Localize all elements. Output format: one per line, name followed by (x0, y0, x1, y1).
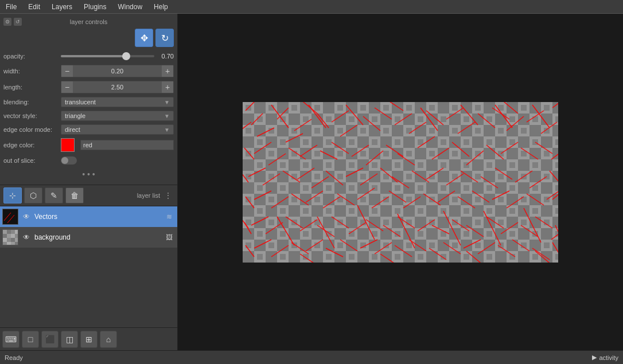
svg-line-84 (495, 168, 512, 179)
svg-line-144 (246, 245, 254, 257)
svg-line-160 (386, 102, 403, 111)
svg-line-133 (360, 240, 377, 248)
blending-dropdown-arrow: ▼ (164, 99, 170, 105)
svg-line-151 (461, 105, 478, 125)
svg-line-88 (254, 191, 271, 199)
svg-line-155 (443, 211, 461, 245)
blending-dropdown[interactable]: translucent ▼ (61, 97, 174, 107)
svg-line-83 (481, 177, 498, 188)
box3d2-btn[interactable]: ◫ (61, 331, 78, 348)
header-icon-2[interactable]: ↺ (14, 18, 22, 26)
grid-btn[interactable]: ⊞ (80, 331, 98, 348)
svg-rect-0 (3, 209, 18, 224)
menu-layers[interactable]: Layers (46, 2, 78, 12)
length-decrement[interactable]: − (61, 81, 73, 93)
svg-line-85 (515, 171, 532, 182)
move-tool-btn[interactable]: ✥ (135, 29, 153, 47)
edge-color-name[interactable]: red (80, 140, 174, 150)
out-of-slice-toggle[interactable] (61, 156, 77, 165)
menu-help[interactable]: Help (148, 2, 174, 12)
svg-line-118 (432, 225, 449, 234)
out-of-slice-label: out of slice: (3, 157, 61, 164)
layer-list-menu-btn[interactable]: ⋮ (162, 191, 174, 199)
svg-line-68 (244, 148, 254, 159)
delete-layer-btn[interactable]: 🗑 (65, 187, 84, 203)
svg-line-126 (555, 225, 558, 234)
width-value: − 0.20 + (61, 65, 174, 77)
background-type-icon: 🖼 (163, 232, 175, 243)
add-labels-btn[interactable]: ✎ (45, 187, 63, 203)
square-btn[interactable]: □ (22, 331, 39, 348)
rotate-tool-btn[interactable]: ↻ (155, 29, 174, 47)
background-visibility-btn[interactable]: 👁 (21, 232, 32, 243)
layer-item-vectors[interactable]: 👁 Vectors ≋ (0, 206, 177, 227)
header-icon-1[interactable]: ⚙ (3, 18, 11, 26)
svg-line-50 (254, 142, 271, 154)
terminal-btn[interactable]: ⌨ (2, 331, 20, 348)
bottom-toolbar: ⌨ □ ⬛ ◫ ⊞ ⌂ (0, 327, 177, 350)
width-label: width: (3, 68, 61, 75)
menu-edit[interactable]: Edit (22, 2, 46, 12)
vector-style-text: triangle (65, 112, 85, 119)
svg-line-138 (443, 242, 461, 254)
home-btn[interactable]: ⌂ (100, 331, 117, 348)
vector-style-dropdown[interactable]: triangle ▼ (61, 111, 174, 121)
svg-line-137 (429, 248, 446, 260)
svg-rect-4 (3, 230, 7, 234)
svg-line-70 (263, 174, 280, 185)
edge-color-swatch[interactable] (61, 138, 75, 152)
vectors-type-icon: ≋ (163, 211, 175, 222)
svg-line-156 (524, 208, 541, 242)
opacity-value-display: 0.70 (157, 53, 174, 60)
svg-line-162 (300, 102, 317, 113)
svg-line-165 (466, 251, 484, 263)
box3d-btn[interactable]: ⬛ (41, 331, 59, 348)
add-shapes-btn[interactable]: ⬡ (24, 187, 42, 203)
menu-window[interactable]: Window (112, 2, 148, 12)
svg-line-167 (243, 122, 251, 131)
svg-line-139 (464, 240, 481, 248)
canvas-area[interactable] (178, 14, 623, 350)
add-points-btn[interactable]: ⊹ (3, 187, 22, 203)
svg-line-80 (426, 168, 443, 179)
svg-line-38 (395, 113, 412, 125)
svg-line-166 (535, 251, 552, 263)
svg-line-78 (392, 177, 409, 188)
svg-line-142 (512, 240, 529, 251)
opacity-slider-thumb[interactable] (122, 52, 130, 60)
svg-line-169 (243, 217, 248, 228)
layer-item-background[interactable]: 👁 background 🖼 (0, 227, 177, 248)
width-increment[interactable]: + (162, 65, 173, 77)
menu-plugins[interactable]: Plugins (78, 2, 112, 12)
svg-rect-9 (7, 234, 11, 238)
length-increment[interactable]: + (162, 81, 173, 93)
svg-line-44 (492, 108, 509, 119)
svg-line-81 (446, 174, 464, 185)
opacity-slider-track[interactable] (61, 55, 154, 57)
svg-line-124 (535, 217, 552, 228)
edge-color-mode-label: edge color mode: (3, 126, 61, 133)
tool-buttons-row: ✥ ↻ (0, 26, 177, 49)
svg-rect-7 (15, 230, 18, 234)
width-spinner: − 0.20 + (61, 65, 174, 77)
width-row: width: − 0.20 + (0, 63, 177, 79)
svg-line-145 (552, 242, 558, 254)
out-of-slice-thumb (61, 157, 68, 164)
edge-color-mode-dropdown[interactable]: direct ▼ (61, 124, 174, 135)
more-options-btn[interactable]: • • • (0, 167, 177, 181)
svg-line-55 (332, 142, 349, 154)
background-name: background (34, 233, 161, 241)
svg-line-127 (254, 240, 271, 248)
vectors-thumb (2, 209, 18, 225)
svg-line-135 (395, 245, 412, 257)
svg-line-134 (375, 242, 392, 254)
svg-line-106 (547, 191, 558, 199)
svg-line-98 (423, 194, 441, 205)
menu-file[interactable]: File (0, 2, 22, 12)
width-decrement[interactable]: − (61, 65, 73, 77)
svg-line-159 (484, 211, 501, 245)
svg-line-74 (326, 171, 343, 185)
vectors-visibility-btn[interactable]: 👁 (21, 211, 32, 222)
svg-line-40 (426, 111, 443, 125)
svg-line-58 (386, 145, 403, 156)
